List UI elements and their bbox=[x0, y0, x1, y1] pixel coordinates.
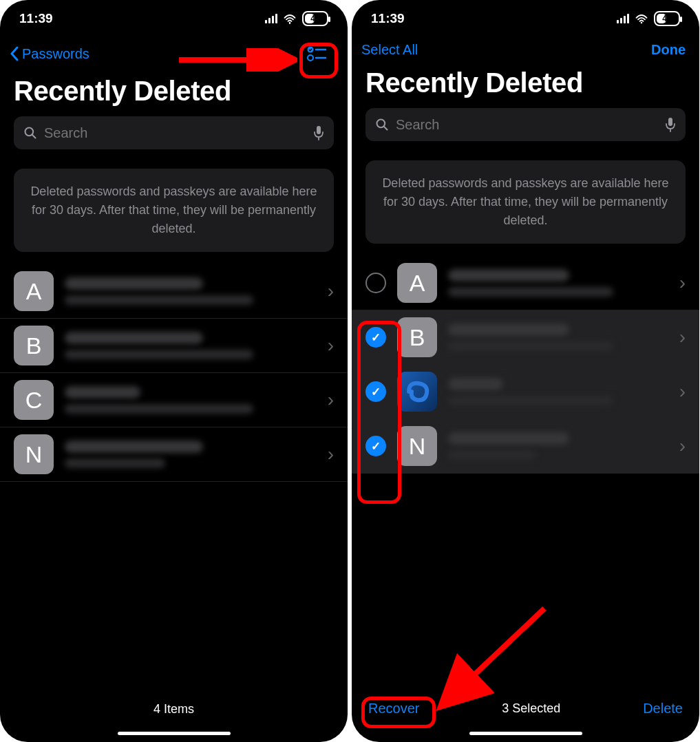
item-avatar: B bbox=[397, 317, 437, 357]
item-text bbox=[65, 386, 317, 414]
item-text bbox=[65, 277, 317, 305]
cellular-icon bbox=[617, 14, 629, 23]
list-item[interactable]: A › bbox=[352, 256, 699, 310]
home-indicator[interactable] bbox=[118, 732, 231, 735]
search-icon bbox=[23, 126, 37, 140]
nav-bar: Select All Done bbox=[352, 33, 699, 63]
select-mode-button[interactable] bbox=[301, 39, 332, 69]
selection-checkbox[interactable] bbox=[365, 436, 386, 456]
chevron-right-icon: › bbox=[328, 443, 334, 465]
list-item[interactable]: N › bbox=[352, 419, 699, 474]
mic-icon[interactable] bbox=[665, 117, 676, 132]
selection-count: 3 Selected bbox=[502, 701, 560, 716]
chevron-right-icon: › bbox=[328, 280, 334, 302]
item-text bbox=[448, 378, 668, 405]
home-indicator[interactable] bbox=[469, 732, 582, 735]
item-avatar: N bbox=[14, 434, 54, 474]
search-input[interactable] bbox=[44, 125, 306, 141]
svg-point-0 bbox=[289, 22, 291, 24]
item-text bbox=[448, 324, 668, 351]
item-text bbox=[65, 332, 317, 359]
select-all-button[interactable]: Select All bbox=[361, 42, 418, 58]
info-notice: Deleted passwords and passkeys are avail… bbox=[14, 169, 334, 252]
svg-point-9 bbox=[641, 22, 643, 24]
recover-button[interactable]: Recover bbox=[368, 701, 419, 717]
item-text bbox=[65, 441, 317, 468]
back-label: Passwords bbox=[22, 46, 89, 62]
svg-line-11 bbox=[384, 127, 388, 130]
svg-line-6 bbox=[32, 135, 36, 138]
list-item[interactable]: › bbox=[352, 365, 699, 419]
nav-bar: Passwords bbox=[0, 33, 348, 72]
list-item[interactable]: A › bbox=[0, 264, 348, 319]
list-item[interactable]: C › bbox=[0, 373, 348, 427]
list-item[interactable]: B › bbox=[0, 319, 348, 373]
screenshot-left: 11:39 43 Passwords Recently Deleted bbox=[0, 0, 348, 742]
item-avatar bbox=[397, 372, 437, 412]
toolbar: Recover 3 Selected Delete bbox=[352, 687, 699, 725]
svg-rect-12 bbox=[668, 118, 672, 126]
wifi-icon bbox=[635, 14, 648, 23]
status-time: 11:39 bbox=[371, 11, 405, 26]
search-icon bbox=[375, 118, 389, 131]
battery-icon: 43 bbox=[302, 11, 328, 26]
item-avatar: B bbox=[14, 326, 54, 365]
battery-icon: 43 bbox=[654, 11, 680, 26]
chevron-right-icon: › bbox=[679, 381, 686, 403]
selection-checkbox[interactable] bbox=[365, 381, 386, 402]
item-text bbox=[448, 432, 668, 460]
item-avatar: N bbox=[397, 426, 437, 466]
page-title: Recently Deleted bbox=[0, 72, 348, 116]
done-button[interactable]: Done bbox=[651, 42, 686, 58]
item-avatar: A bbox=[14, 271, 54, 311]
page-title: Recently Deleted bbox=[352, 63, 699, 108]
wifi-icon bbox=[283, 14, 297, 23]
search-field[interactable] bbox=[365, 108, 686, 141]
cellular-icon bbox=[265, 14, 277, 23]
chevron-right-icon: › bbox=[328, 335, 334, 357]
chevron-right-icon: › bbox=[328, 389, 334, 411]
screenshot-right: 11:39 43 Select All Done Recently Delete… bbox=[352, 0, 699, 742]
list-item[interactable]: B › bbox=[352, 310, 699, 365]
status-bar: 11:39 43 bbox=[0, 0, 348, 33]
search-field[interactable] bbox=[14, 116, 334, 149]
item-avatar: A bbox=[397, 263, 437, 303]
svg-rect-7 bbox=[317, 126, 321, 134]
search-input[interactable] bbox=[396, 117, 658, 133]
item-text bbox=[448, 269, 668, 297]
selection-checkbox[interactable] bbox=[365, 327, 386, 348]
selection-checkbox[interactable] bbox=[365, 273, 386, 293]
chevron-right-icon: › bbox=[679, 435, 686, 457]
status-time: 11:39 bbox=[19, 11, 53, 26]
list-item[interactable]: N › bbox=[0, 427, 348, 482]
svg-point-3 bbox=[308, 55, 313, 61]
footer-count: 4 Items bbox=[0, 688, 348, 725]
chevron-right-icon: › bbox=[679, 326, 686, 348]
delete-button[interactable]: Delete bbox=[643, 701, 683, 717]
password-list: A › B › › N › bbox=[352, 256, 699, 687]
password-list: A › B › C › N › bbox=[0, 264, 348, 688]
mic-icon[interactable] bbox=[313, 125, 324, 140]
item-avatar: C bbox=[14, 380, 54, 420]
back-button[interactable]: Passwords bbox=[10, 46, 89, 62]
status-bar: 11:39 43 bbox=[352, 0, 699, 33]
info-notice: Deleted passwords and passkeys are avail… bbox=[365, 160, 686, 244]
chevron-right-icon: › bbox=[679, 272, 686, 294]
